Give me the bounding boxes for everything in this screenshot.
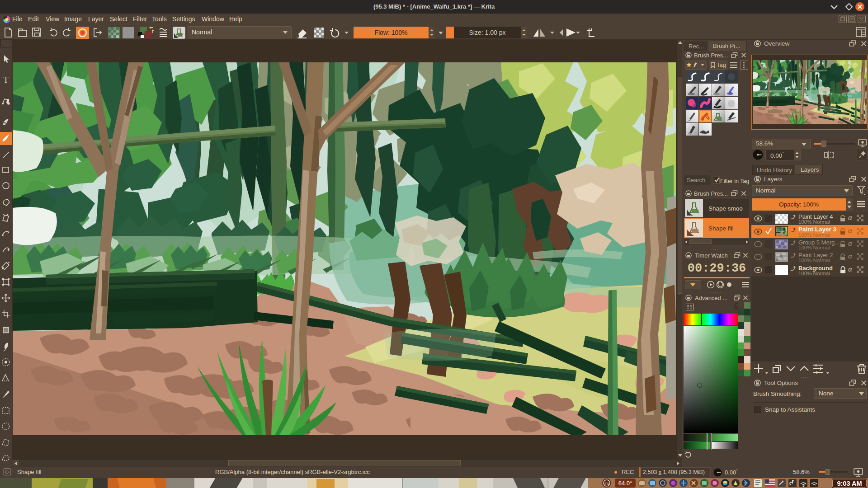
svg-text:Size: 1.00 px: Size: 1.00 px — [469, 29, 506, 36]
svg-text:9:03 AM: 9:03 AM — [837, 480, 862, 487]
svg-text:64.0°: 64.0° — [618, 480, 632, 487]
svg-text:lm: lm — [604, 481, 609, 486]
svg-text:Flow: 100%: Flow: 100% — [374, 29, 407, 36]
svg-text:T: T — [4, 75, 9, 84]
